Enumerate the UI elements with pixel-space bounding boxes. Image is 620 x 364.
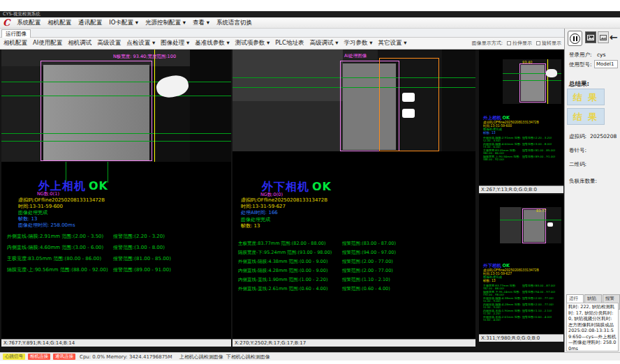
menu-item[interactable]: 系统配置 [17, 19, 40, 27]
toolbar-item[interactable]: 高级调试 ▾ [310, 39, 339, 47]
tab-run-image[interactable]: 运行图像 [1, 29, 31, 38]
result-row: 外侧直线-隔膜:2.91mm 范围:(2.00 - 3.50) 报警范围:(2.… [483, 136, 563, 142]
result-row: 主极宽度:83.77mm 范围:(82.00 - 88.00) 报警范围:(83… [483, 284, 563, 290]
toolbar-item[interactable]: AI使用配置 [33, 39, 62, 47]
user-label: 登录用户: [569, 52, 592, 59]
measure-line-green [1, 96, 231, 96]
upper-camera-heartbeat-text: 上相机心跳检测图像 [179, 354, 223, 361]
thumb1-title: 外上相机 [483, 115, 501, 121]
measure-line-green [503, 80, 561, 81]
right-dark-zone [190, 50, 231, 162]
model-value-box[interactable]: Model1 [594, 60, 618, 68]
thumb1-coord-bar: X:267;Y:13;R:0;G:0;B:0 [479, 185, 563, 193]
camera2-ai-time: 处理AI时间: 166 [241, 209, 278, 216]
result-measure: 外侧直线-直线:2.61mm 范围:(0.60 - 4.00) [238, 286, 342, 295]
result-alarm-range: 报警范围:(94.00 - 97.00) [342, 250, 471, 259]
thumb2-coord-bar: X:311;Y:980;R:0;G:0;B:0 [479, 334, 563, 342]
display-option-rotate[interactable]: 旋转显示 [536, 40, 561, 47]
thumb2-title: 外下相机 [483, 263, 501, 268]
checkbox-icon[interactable] [507, 41, 511, 45]
virtual-code-label: 虚拟码: [569, 133, 586, 140]
camera-connect-badge: 相机连接 [28, 354, 50, 360]
menu-item[interactable]: IO卡配置 ▾ [109, 19, 138, 27]
pin-number-label: 卷针号: [569, 147, 586, 154]
pause-button[interactable] [568, 31, 582, 46]
pause-icon [570, 33, 580, 44]
machine-left [500, 207, 521, 243]
menu-item[interactable]: 系统语言切换 [216, 19, 252, 27]
result-measure: 内侧直线-直线:1.90mm 范围:(1.00 - 2.20) [238, 277, 342, 286]
sidebar: ← 登录用户: cys 使用型号: Model1 总结果: 结 果 结 果 虚拟… [564, 29, 620, 352]
roi-rect-pink [522, 208, 546, 243]
result-measure: 外侧直线-隔膜:4.38mm 范围:(0.00 - 9.00) [238, 259, 342, 268]
image-display-button[interactable] [585, 31, 596, 43]
menu-item[interactable]: 通讯配置 [78, 19, 102, 27]
menu-item[interactable]: 查看 ▾ [193, 19, 209, 27]
thumb1-image[interactable]: 93.40 [503, 59, 561, 104]
machine-left-lower [232, 101, 343, 151]
toolbar-item[interactable]: 相机调试 [68, 39, 91, 47]
film-roll-blob [546, 69, 557, 77]
result-row: 隔膜宽度-上:90.56mm 范围:(88.00 - 92.00) 报警范围:(… [7, 266, 227, 278]
display-option-stretch[interactable]: 拉伸显示 [507, 40, 532, 47]
roi-rect-pink [519, 63, 546, 103]
thumb1-results: 外侧直线-隔膜:2.91mm 范围:(2.00 - 3.50) 报警范围:(2.… [483, 136, 563, 161]
comm-connect-badge: 通讯连接 [53, 354, 75, 360]
roi-rect-orange [379, 58, 439, 151]
result-row: 主极宽度:83.05mm 范围:(80.00 - 86.00) 报警范围:(81… [7, 255, 227, 266]
title-bar: CYS-视觉检测系统 [0, 11, 620, 17]
result-row: 隔膜宽度-下:95.24mm 范围:(93.00 - 98.00) 报警范围:(… [483, 290, 563, 296]
toolbar: 相机配置AI使用配置相机调试高级设置点检设置 ▾图像处理 ▾基准线参数 ▾测试项… [0, 38, 564, 50]
toolbar-item[interactable]: 高级设置 [97, 39, 121, 47]
toolbar-item[interactable]: 测试项参数 ▾ [235, 39, 270, 47]
edge-line-yellow [547, 59, 548, 104]
toolbar-item[interactable]: 其它设置 ▾ [378, 39, 406, 47]
result-row: 主极宽度:83.05mm 范围:(80.00 - 86.00) 报警范围:(81… [483, 149, 563, 155]
thumb-view-lower[interactable]: 83.77 外下相机OK 虚拟码:OFfline2025020813313472… [479, 195, 563, 342]
result-row: 内侧直线-隔膜:4.28mm 范围:(0.00 - 9.00) 报警范围:(2.… [483, 303, 563, 309]
camera-view-upper-outer[interactable]: N极宽度: 93.40;宽度范围:100 外上相机OK NG数:0(1) 虚拟码… [1, 50, 231, 347]
menu-item[interactable]: 相机配置 [47, 19, 71, 27]
thumb2-mini-label: 83.77 [536, 208, 546, 213]
app-window: CYS-视觉检测系统 C 系统配置相机配置通讯配置IO卡配置 ▾光源控制配置 ▾… [0, 0, 620, 364]
qr-code-label: 二维码: [569, 161, 586, 168]
thumb2-image[interactable]: 83.77 [500, 207, 561, 243]
toolbar-item[interactable]: 基准线参数 ▾ [195, 39, 229, 47]
thumbnail-layout-button[interactable] [598, 31, 609, 43]
main-area: N极宽度: 93.40;宽度范围:100 外上相机OK NG数:0(1) 虚拟码… [0, 50, 564, 352]
bright-spot [402, 93, 415, 102]
back-arrow-button[interactable]: ← [610, 31, 618, 43]
result-row: 外侧直线-隔膜:4.38mm 范围:(0.00 - 9.00) 报警范围:(2.… [238, 259, 471, 268]
toolbar-item[interactable]: 图像处理 ▾ [161, 39, 189, 47]
result-alarm-range: 报警范围:(0.60 - 4.00) [342, 286, 471, 295]
bright-spot [547, 222, 553, 227]
toolbar-item[interactable]: 相机配置 [3, 39, 27, 47]
result-status-box-1: 结 果 [567, 89, 605, 105]
checkbox-icon[interactable] [536, 41, 540, 45]
toolbar-item[interactable]: 点检设置 ▾ [126, 39, 155, 47]
result-row: 内侧直线-直线:1.90mm 范围:(1.00 - 2.20) 报警范围:(1.… [483, 309, 563, 315]
camera2-image[interactable]: AI处理图像 [232, 50, 475, 151]
app-logo-icon: C [3, 18, 10, 27]
window-title: CYS-视觉检测系统 [3, 11, 40, 17]
edge-line-yellow [154, 50, 155, 162]
result-measure: 外侧直线-隔膜:2.91mm 范围:(2.00 - 3.50) [7, 233, 113, 244]
result-alarm-range: 报警范围:(89.00 - 91.00) [113, 266, 227, 278]
camera1-image[interactable]: N极宽度: 93.40;宽度范围:100 [1, 50, 231, 162]
result-measure: 隔膜宽度-下:95.24mm 范围:(93.00 - 98.00) [238, 250, 342, 259]
toolbar-item[interactable]: 学习参数 ▾ [344, 39, 372, 47]
image-icon [600, 35, 607, 40]
measure-line-green [500, 220, 561, 220]
toolbar-item[interactable]: PLC地址表 [275, 39, 304, 47]
result-status-box-2: 结 果 [567, 108, 605, 125]
camera2-results: 主极宽度:83.77mm 范围:(82.00 - 88.00) 报警范围:(83… [238, 241, 471, 295]
menu-bar: C 系统配置相机配置通讯配置IO卡配置 ▾光源控制配置 ▾查看 ▾系统语言切换 [0, 17, 620, 29]
thumb-view-upper[interactable]: 93.40 外上相机OK 虚拟码:OFfline2025020813313472… [479, 50, 563, 193]
measure-line-green [1, 141, 231, 142]
result-alarm-range: 报警范围:(2.00 - 77.00) [342, 259, 471, 268]
menu-item[interactable]: 光源控制配置 ▾ [145, 19, 186, 27]
result-alarm-range: 报警范围:(2.20 - 3.20) [113, 233, 227, 244]
camera-view-lower-outer[interactable]: AI处理图像 外下相机OK NG数:0(0) 虚拟码:OFfline202502… [232, 50, 475, 347]
camera1-proc-time: 图像处理时间: 258.00ms [18, 222, 75, 229]
result-measure: 内侧直线-隔膜:4.28mm 范围:(0.00 - 9.00) [238, 268, 342, 277]
